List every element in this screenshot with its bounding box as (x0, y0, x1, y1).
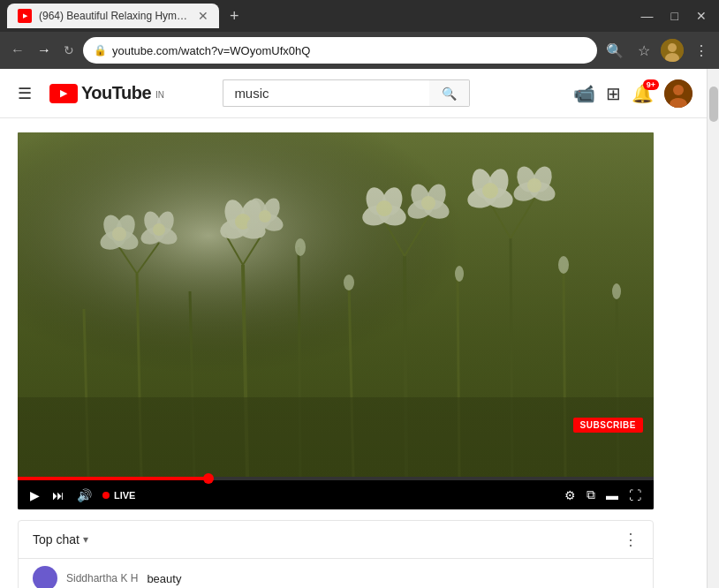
scrollbar[interactable] (707, 69, 719, 588)
chat-title: Top chat (33, 532, 79, 547)
page-wrapper: ☰ YouTube IN 🔍 📹 ⊞ 🔔 9+ (0, 69, 719, 588)
refresh-button[interactable]: ↻ (60, 40, 78, 61)
volume-button[interactable]: 🔊 (75, 486, 94, 504)
chat-header: Top chat ▾ ⋮ (19, 521, 653, 559)
back-button[interactable]: ← (7, 39, 28, 62)
apps-button[interactable]: ⊞ (606, 83, 621, 104)
header-actions: 📹 ⊞ 🔔 9+ (573, 79, 693, 108)
browser-tab[interactable]: (964) Beautiful Relaxing Hymns, ✕ (7, 4, 219, 28)
window-controls: — □ ✕ (636, 7, 712, 25)
grid-icon: ⊞ (606, 84, 621, 103)
search-button[interactable]: 🔍 (602, 39, 627, 63)
video-controls: ▶ ⏭ 🔊 LIVE ⚙ (18, 480, 654, 509)
chat-message: Siddhartha K H beauty (19, 559, 653, 588)
notifications-button[interactable]: 🔔 9+ (632, 83, 654, 104)
tab-favicon (18, 9, 32, 23)
browser-addressbar: ← → ↻ 🔒 youtube.com/watch?v=WOyomUfx0hQ … (0, 32, 719, 69)
skip-button[interactable]: ⏭ (50, 486, 66, 504)
menu-button[interactable]: ⋮ (691, 39, 712, 63)
search-box: 🔍 (223, 79, 470, 107)
skip-icon: ⏭ (52, 488, 64, 502)
svg-point-1 (668, 43, 677, 52)
subscribe-badge[interactable]: SUBSCRIBE (573, 418, 643, 433)
browser-actions: 🔍 ☆ ⋮ (602, 39, 712, 63)
hamburger-menu[interactable]: ☰ (14, 80, 35, 107)
youtube-logo-text: YouTube (81, 83, 151, 103)
theater-button[interactable]: ▬ (604, 486, 620, 504)
video-camera-icon: 📹 (573, 84, 595, 103)
volume-icon: 🔊 (77, 488, 92, 502)
main-content: SUBSCRIBE ▶ ⏭ 🔊 (0, 118, 707, 588)
tab-title: (964) Beautiful Relaxing Hymns, (39, 10, 191, 22)
youtube-header: ☰ YouTube IN 🔍 📹 ⊞ 🔔 9+ (0, 69, 707, 118)
svg-point-4 (673, 85, 684, 95)
youtube-logo-icon (49, 84, 78, 103)
address-bar[interactable]: 🔒 youtube.com/watch?v=WOyomUfx0hQ (83, 37, 597, 64)
search-submit-button[interactable]: 🔍 (429, 79, 470, 107)
youtube-country-code: IN (155, 90, 164, 100)
progress-thumb (203, 473, 214, 484)
fullscreen-button[interactable]: ⛶ (627, 486, 643, 504)
maximize-button[interactable]: □ (666, 7, 684, 25)
live-dot (102, 492, 110, 499)
url-text: youtube.com/watch?v=WOyomUfx0hQ (112, 44, 587, 57)
lock-icon: 🔒 (94, 44, 107, 57)
scrollbar-thumb[interactable] (709, 87, 718, 122)
play-icon: ▶ (30, 488, 40, 502)
video-container: SUBSCRIBE ▶ ⏭ 🔊 (18, 132, 654, 509)
page-content: ☰ YouTube IN 🔍 📹 ⊞ 🔔 9+ (0, 69, 707, 588)
bookmark-button[interactable]: ☆ (634, 39, 654, 63)
miniplayer-button[interactable]: ⧉ (585, 486, 597, 504)
video-frame[interactable]: SUBSCRIBE (18, 132, 654, 477)
user-avatar[interactable] (664, 79, 693, 108)
chat-chevron-icon: ▾ (83, 533, 88, 546)
minimize-button[interactable]: — (636, 7, 659, 25)
progress-fill (18, 477, 208, 480)
settings-icon: ⚙ (564, 488, 576, 502)
fullscreen-icon: ⛶ (629, 488, 641, 502)
search-input[interactable] (223, 79, 429, 107)
controls-right: ⚙ ⧉ ▬ ⛶ (563, 486, 643, 504)
theater-icon: ▬ (606, 488, 618, 502)
browser-titlebar: (964) Beautiful Relaxing Hymns, ✕ + — □ … (0, 0, 719, 32)
settings-button[interactable]: ⚙ (563, 486, 578, 504)
chat-username: Siddhartha K H (66, 572, 138, 584)
youtube-logo[interactable]: YouTube IN (49, 83, 164, 103)
video-overlay (18, 132, 654, 477)
progress-bar[interactable] (18, 477, 654, 480)
chat-avatar (33, 566, 57, 588)
chat-more-button[interactable]: ⋮ (623, 530, 639, 549)
chrome-profile-avatar[interactable] (661, 39, 684, 62)
forward-button[interactable]: → (34, 39, 55, 62)
notification-badge: 9+ (643, 79, 659, 90)
miniplayer-icon: ⧉ (587, 487, 595, 501)
tab-close-button[interactable]: ✕ (198, 9, 208, 23)
play-button[interactable]: ▶ (28, 486, 42, 504)
upload-video-button[interactable]: 📹 (573, 83, 595, 104)
chat-section: Top chat ▾ ⋮ Siddhartha K H beauty (18, 520, 654, 588)
chat-message-text: beauty (147, 572, 181, 585)
new-tab-button[interactable]: + (226, 7, 243, 26)
live-label: LIVE (114, 490, 135, 501)
close-button[interactable]: ✕ (691, 7, 712, 25)
live-indicator: LIVE (102, 490, 135, 501)
